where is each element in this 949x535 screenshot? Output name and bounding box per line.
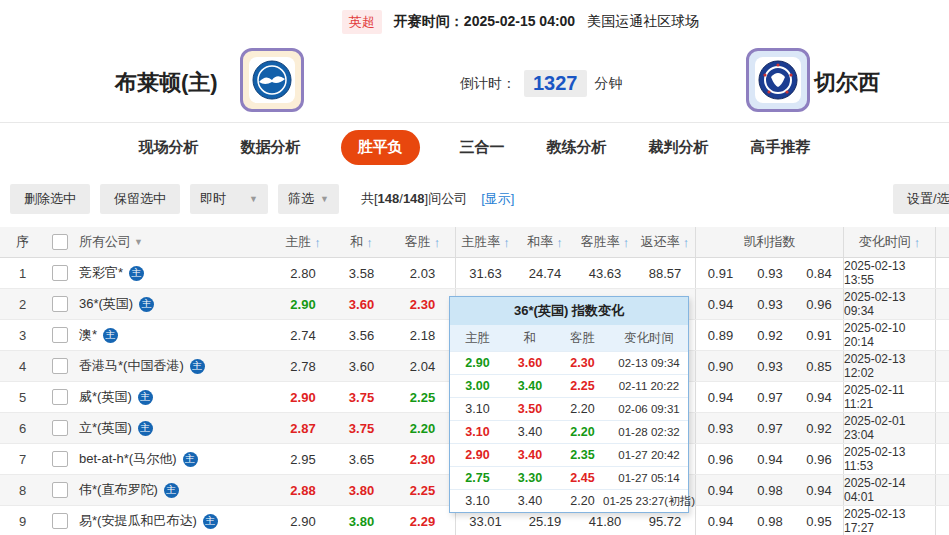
company-count-summary: 共[148/148]间公司 [361,190,467,208]
popup-odds-cell: 3.00 [450,379,505,393]
delete-selected-button[interactable]: 删除选中 [10,184,90,214]
kelly-cell: 0.98 [745,506,795,535]
company-cell[interactable]: 威*(英国)主 [75,382,273,412]
company-cell[interactable]: 立*(英国)主 [75,413,273,443]
company-cell[interactable]: 澳*主 [75,320,273,350]
teams-row: 布莱顿(主) 倒计时： 1327 分钟 切尔西 [0,40,949,122]
popup-time-cell: 01-28 02:32 [610,426,688,438]
popup-header-row: 主胜 和 客胜 变化时间 [450,325,688,351]
company-name: 立*(英国) [79,419,132,437]
filter-dropdown[interactable]: 筛选 ▼ [278,184,339,214]
popup-row: 3.103.402.2001-25 23:27(初指) [450,489,688,512]
row-index: 9 [0,506,45,535]
col-home-win[interactable]: 主胜↑ [273,227,333,257]
kelly-cell: 0.91 [695,258,745,288]
filter-label: 筛选 [288,190,314,208]
company-cell[interactable]: 36*(英国)主 [75,289,273,319]
row-checkbox[interactable] [52,296,68,312]
main-company-badge-icon: 主 [139,297,154,312]
main-company-badge-icon: 主 [138,390,153,405]
kelly-cell: 0.94 [745,444,795,474]
odds-cell: 2.25 [390,475,455,505]
popup-time-cell: 02-11 20:22 [610,380,688,392]
summary-suffix: ]间公司 [425,191,468,206]
company-cell[interactable]: 竞彩官*主 [75,258,273,288]
tab-三合一[interactable]: 三合一 [458,130,507,165]
row-endcap [935,413,949,443]
row-checkbox[interactable] [52,451,68,467]
toolbar: 删除选中 保留选中 即时 ▼ 筛选 ▼ 共[148/148]间公司 [显示] 设… [0,171,949,227]
rate-cell: 43.63 [575,258,635,288]
kelly-cell: 0.96 [795,289,843,319]
keep-selected-button[interactable]: 保留选中 [100,184,180,214]
col-change-time[interactable]: 变化时间↑ [843,227,935,257]
company-cell[interactable]: 伟*(直布罗陀)主 [75,475,273,505]
row-checkbox[interactable] [52,327,68,343]
tab-现场分析[interactable]: 现场分析 [137,130,201,165]
popup-odds-cell: 3.10 [450,402,505,416]
popup-rows: 2.903.602.3002-13 09:343.003.402.2502-11… [450,351,688,512]
col-endcap [935,227,949,257]
row-checkbox[interactable] [52,265,68,281]
kelly-cell: 0.94 [695,289,745,319]
col-company[interactable]: 所有公司 ▼ [75,227,273,257]
main-company-badge-icon: 主 [129,266,144,281]
sort-asc-icon: ↑ [434,235,441,250]
col-away-rate[interactable]: 客胜率↑ [575,227,635,257]
row-checkbox[interactable] [52,389,68,405]
kelly-cell: 0.96 [795,444,843,474]
odds-change-popup: 36*(英国) 指数变化 主胜 和 客胜 变化时间 2.903.602.3002… [449,296,689,513]
tab-教练分析[interactable]: 教练分析 [545,130,609,165]
tab-数据分析[interactable]: 数据分析 [239,130,303,165]
dropdown-arrow-icon: ▼ [134,237,143,247]
company-name: 伟*(直布罗陀) [79,481,158,499]
kickoff-label: 开赛时间： [394,13,464,29]
kelly-cell: 0.93 [745,351,795,381]
popup-odds-cell: 2.30 [555,356,610,370]
col-return-rate[interactable]: 返还率↑ [635,227,695,257]
select-all-cell [45,227,75,257]
settings-button[interactable]: 设置/选择 [893,184,949,214]
checkbox-cell [45,413,75,443]
checkbox-cell [45,506,75,535]
row-checkbox[interactable] [52,358,68,374]
company-name: 威*(英国) [79,388,132,406]
sort-asc-icon: ↑ [314,235,321,250]
company-cell[interactable]: 易*(安提瓜和巴布达)主 [75,506,273,535]
row-endcap [935,506,949,535]
odds-cell: 2.74 [273,320,333,350]
popup-odds-cell: 3.40 [505,379,555,393]
col-draw[interactable]: 和↑ [333,227,390,257]
sort-asc-icon: ↑ [556,235,563,250]
popup-row: 2.903.602.3002-13 09:34 [450,351,688,374]
tab-胜平负[interactable]: 胜平负 [341,130,420,165]
main-company-badge-icon: 主 [103,328,118,343]
row-checkbox[interactable] [52,482,68,498]
select-all-checkbox[interactable] [52,234,68,250]
checkbox-cell [45,320,75,350]
col-draw-rate[interactable]: 和率↑ [515,227,575,257]
row-endcap [935,475,949,505]
tab-高手推荐[interactable]: 高手推荐 [749,130,813,165]
kelly-cell: 0.91 [795,320,843,350]
col-away-win[interactable]: 客胜↑ [390,227,455,257]
row-index: 7 [0,444,45,474]
company-cell[interactable]: 香港马*(中国香港)主 [75,351,273,381]
row-checkbox[interactable] [52,420,68,436]
summary-prefix: 共[ [361,191,378,206]
kelly-cell: 0.97 [745,382,795,412]
col-home-rate[interactable]: 主胜率↑ [455,227,515,257]
countdown-value: 1327 [524,70,587,97]
company-cell[interactable]: bet-at-h*(马尔他)主 [75,444,273,474]
show-link[interactable]: [显示] [481,190,514,208]
row-checkbox[interactable] [52,513,68,529]
col-away-rate-label: 客胜率 [581,233,620,251]
row-index: 3 [0,320,45,350]
col-company-label: 所有公司 [79,233,131,251]
popup-col-home: 主胜 [450,330,505,347]
row-index: 1 [0,258,45,288]
popup-odds-cell: 2.20 [555,425,610,439]
time-mode-dropdown[interactable]: 即时 ▼ [190,184,268,214]
tab-裁判分析[interactable]: 裁判分析 [647,130,711,165]
popup-time-cell: 02-06 09:31 [610,403,688,415]
